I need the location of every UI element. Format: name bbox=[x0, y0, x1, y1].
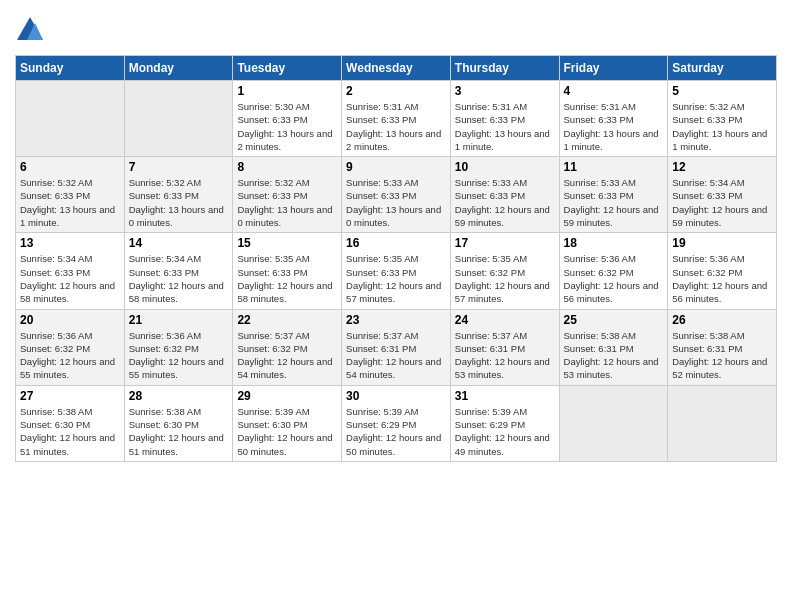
day-cell bbox=[668, 385, 777, 461]
day-number: 11 bbox=[564, 160, 664, 174]
day-number: 18 bbox=[564, 236, 664, 250]
day-cell: 4Sunrise: 5:31 AM Sunset: 6:33 PM Daylig… bbox=[559, 81, 668, 157]
day-info: Sunrise: 5:38 AM Sunset: 6:31 PM Dayligh… bbox=[672, 329, 772, 382]
week-row-4: 20Sunrise: 5:36 AM Sunset: 6:32 PM Dayli… bbox=[16, 309, 777, 385]
day-info: Sunrise: 5:34 AM Sunset: 6:33 PM Dayligh… bbox=[672, 176, 772, 229]
day-info: Sunrise: 5:39 AM Sunset: 6:29 PM Dayligh… bbox=[455, 405, 555, 458]
day-cell: 2Sunrise: 5:31 AM Sunset: 6:33 PM Daylig… bbox=[342, 81, 451, 157]
day-info: Sunrise: 5:32 AM Sunset: 6:33 PM Dayligh… bbox=[20, 176, 120, 229]
day-cell: 14Sunrise: 5:34 AM Sunset: 6:33 PM Dayli… bbox=[124, 233, 233, 309]
day-cell: 27Sunrise: 5:38 AM Sunset: 6:30 PM Dayli… bbox=[16, 385, 125, 461]
header-cell-wednesday: Wednesday bbox=[342, 56, 451, 81]
header-cell-sunday: Sunday bbox=[16, 56, 125, 81]
day-cell: 23Sunrise: 5:37 AM Sunset: 6:31 PM Dayli… bbox=[342, 309, 451, 385]
day-number: 27 bbox=[20, 389, 120, 403]
day-number: 10 bbox=[455, 160, 555, 174]
day-info: Sunrise: 5:37 AM Sunset: 6:31 PM Dayligh… bbox=[346, 329, 446, 382]
day-info: Sunrise: 5:33 AM Sunset: 6:33 PM Dayligh… bbox=[564, 176, 664, 229]
day-info: Sunrise: 5:39 AM Sunset: 6:29 PM Dayligh… bbox=[346, 405, 446, 458]
day-cell: 6Sunrise: 5:32 AM Sunset: 6:33 PM Daylig… bbox=[16, 157, 125, 233]
day-number: 28 bbox=[129, 389, 229, 403]
header-cell-friday: Friday bbox=[559, 56, 668, 81]
day-info: Sunrise: 5:34 AM Sunset: 6:33 PM Dayligh… bbox=[20, 252, 120, 305]
day-info: Sunrise: 5:31 AM Sunset: 6:33 PM Dayligh… bbox=[346, 100, 446, 153]
day-info: Sunrise: 5:35 AM Sunset: 6:33 PM Dayligh… bbox=[237, 252, 337, 305]
day-cell: 3Sunrise: 5:31 AM Sunset: 6:33 PM Daylig… bbox=[450, 81, 559, 157]
day-number: 20 bbox=[20, 313, 120, 327]
day-cell: 16Sunrise: 5:35 AM Sunset: 6:33 PM Dayli… bbox=[342, 233, 451, 309]
header-cell-monday: Monday bbox=[124, 56, 233, 81]
day-number: 12 bbox=[672, 160, 772, 174]
day-cell: 13Sunrise: 5:34 AM Sunset: 6:33 PM Dayli… bbox=[16, 233, 125, 309]
day-number: 4 bbox=[564, 84, 664, 98]
day-info: Sunrise: 5:37 AM Sunset: 6:31 PM Dayligh… bbox=[455, 329, 555, 382]
day-cell: 1Sunrise: 5:30 AM Sunset: 6:33 PM Daylig… bbox=[233, 81, 342, 157]
day-cell bbox=[124, 81, 233, 157]
day-cell: 8Sunrise: 5:32 AM Sunset: 6:33 PM Daylig… bbox=[233, 157, 342, 233]
day-number: 13 bbox=[20, 236, 120, 250]
day-number: 26 bbox=[672, 313, 772, 327]
day-number: 6 bbox=[20, 160, 120, 174]
day-cell: 17Sunrise: 5:35 AM Sunset: 6:32 PM Dayli… bbox=[450, 233, 559, 309]
day-number: 25 bbox=[564, 313, 664, 327]
day-info: Sunrise: 5:34 AM Sunset: 6:33 PM Dayligh… bbox=[129, 252, 229, 305]
calendar-table: SundayMondayTuesdayWednesdayThursdayFrid… bbox=[15, 55, 777, 462]
day-number: 29 bbox=[237, 389, 337, 403]
day-info: Sunrise: 5:33 AM Sunset: 6:33 PM Dayligh… bbox=[455, 176, 555, 229]
day-number: 30 bbox=[346, 389, 446, 403]
day-number: 31 bbox=[455, 389, 555, 403]
day-cell: 18Sunrise: 5:36 AM Sunset: 6:32 PM Dayli… bbox=[559, 233, 668, 309]
day-number: 17 bbox=[455, 236, 555, 250]
day-info: Sunrise: 5:35 AM Sunset: 6:32 PM Dayligh… bbox=[455, 252, 555, 305]
day-cell: 11Sunrise: 5:33 AM Sunset: 6:33 PM Dayli… bbox=[559, 157, 668, 233]
logo bbox=[15, 15, 49, 45]
day-info: Sunrise: 5:38 AM Sunset: 6:30 PM Dayligh… bbox=[20, 405, 120, 458]
header bbox=[15, 15, 777, 45]
day-cell bbox=[559, 385, 668, 461]
day-info: Sunrise: 5:32 AM Sunset: 6:33 PM Dayligh… bbox=[672, 100, 772, 153]
week-row-5: 27Sunrise: 5:38 AM Sunset: 6:30 PM Dayli… bbox=[16, 385, 777, 461]
day-info: Sunrise: 5:31 AM Sunset: 6:33 PM Dayligh… bbox=[455, 100, 555, 153]
day-number: 5 bbox=[672, 84, 772, 98]
day-number: 8 bbox=[237, 160, 337, 174]
day-number: 23 bbox=[346, 313, 446, 327]
day-number: 3 bbox=[455, 84, 555, 98]
day-number: 14 bbox=[129, 236, 229, 250]
header-cell-thursday: Thursday bbox=[450, 56, 559, 81]
day-cell: 30Sunrise: 5:39 AM Sunset: 6:29 PM Dayli… bbox=[342, 385, 451, 461]
day-cell: 21Sunrise: 5:36 AM Sunset: 6:32 PM Dayli… bbox=[124, 309, 233, 385]
day-info: Sunrise: 5:38 AM Sunset: 6:31 PM Dayligh… bbox=[564, 329, 664, 382]
day-cell: 22Sunrise: 5:37 AM Sunset: 6:32 PM Dayli… bbox=[233, 309, 342, 385]
day-cell: 7Sunrise: 5:32 AM Sunset: 6:33 PM Daylig… bbox=[124, 157, 233, 233]
day-number: 7 bbox=[129, 160, 229, 174]
day-info: Sunrise: 5:36 AM Sunset: 6:32 PM Dayligh… bbox=[672, 252, 772, 305]
day-info: Sunrise: 5:35 AM Sunset: 6:33 PM Dayligh… bbox=[346, 252, 446, 305]
day-cell: 12Sunrise: 5:34 AM Sunset: 6:33 PM Dayli… bbox=[668, 157, 777, 233]
day-number: 21 bbox=[129, 313, 229, 327]
day-info: Sunrise: 5:32 AM Sunset: 6:33 PM Dayligh… bbox=[129, 176, 229, 229]
day-number: 24 bbox=[455, 313, 555, 327]
day-cell: 15Sunrise: 5:35 AM Sunset: 6:33 PM Dayli… bbox=[233, 233, 342, 309]
day-cell: 26Sunrise: 5:38 AM Sunset: 6:31 PM Dayli… bbox=[668, 309, 777, 385]
day-info: Sunrise: 5:37 AM Sunset: 6:32 PM Dayligh… bbox=[237, 329, 337, 382]
day-number: 16 bbox=[346, 236, 446, 250]
day-cell bbox=[16, 81, 125, 157]
day-info: Sunrise: 5:30 AM Sunset: 6:33 PM Dayligh… bbox=[237, 100, 337, 153]
day-number: 1 bbox=[237, 84, 337, 98]
day-cell: 28Sunrise: 5:38 AM Sunset: 6:30 PM Dayli… bbox=[124, 385, 233, 461]
day-info: Sunrise: 5:36 AM Sunset: 6:32 PM Dayligh… bbox=[129, 329, 229, 382]
day-cell: 29Sunrise: 5:39 AM Sunset: 6:30 PM Dayli… bbox=[233, 385, 342, 461]
logo-icon bbox=[15, 15, 45, 45]
week-row-2: 6Sunrise: 5:32 AM Sunset: 6:33 PM Daylig… bbox=[16, 157, 777, 233]
header-cell-tuesday: Tuesday bbox=[233, 56, 342, 81]
day-info: Sunrise: 5:36 AM Sunset: 6:32 PM Dayligh… bbox=[564, 252, 664, 305]
day-cell: 24Sunrise: 5:37 AM Sunset: 6:31 PM Dayli… bbox=[450, 309, 559, 385]
header-row: SundayMondayTuesdayWednesdayThursdayFrid… bbox=[16, 56, 777, 81]
day-cell: 25Sunrise: 5:38 AM Sunset: 6:31 PM Dayli… bbox=[559, 309, 668, 385]
day-info: Sunrise: 5:32 AM Sunset: 6:33 PM Dayligh… bbox=[237, 176, 337, 229]
day-number: 22 bbox=[237, 313, 337, 327]
day-cell: 19Sunrise: 5:36 AM Sunset: 6:32 PM Dayli… bbox=[668, 233, 777, 309]
day-number: 15 bbox=[237, 236, 337, 250]
day-info: Sunrise: 5:39 AM Sunset: 6:30 PM Dayligh… bbox=[237, 405, 337, 458]
day-cell: 20Sunrise: 5:36 AM Sunset: 6:32 PM Dayli… bbox=[16, 309, 125, 385]
